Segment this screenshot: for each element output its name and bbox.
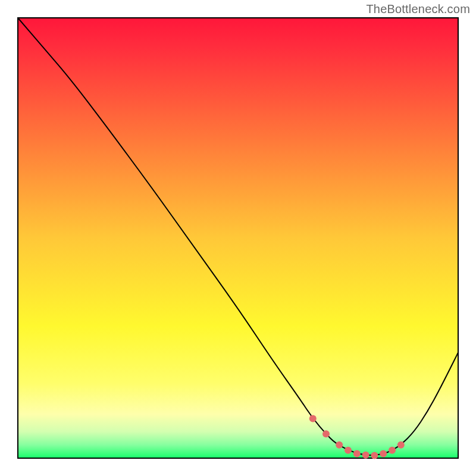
marker-dot [353,450,361,458]
marker-dot [336,441,343,449]
marker-dot [345,447,352,454]
marker-dot [397,441,405,449]
marker-dot [389,447,396,454]
marker-dot [322,430,330,437]
watermark-text: TheBottleneck.com [366,2,470,16]
marker-dot [309,415,317,422]
marker-dot [371,452,378,459]
marker-dot [362,452,369,459]
plot-background [18,18,458,458]
chart-svg [0,0,476,476]
chart-container: { "watermark": "TheBottleneck.com", "cha… [0,0,476,476]
marker-dot [380,450,387,458]
